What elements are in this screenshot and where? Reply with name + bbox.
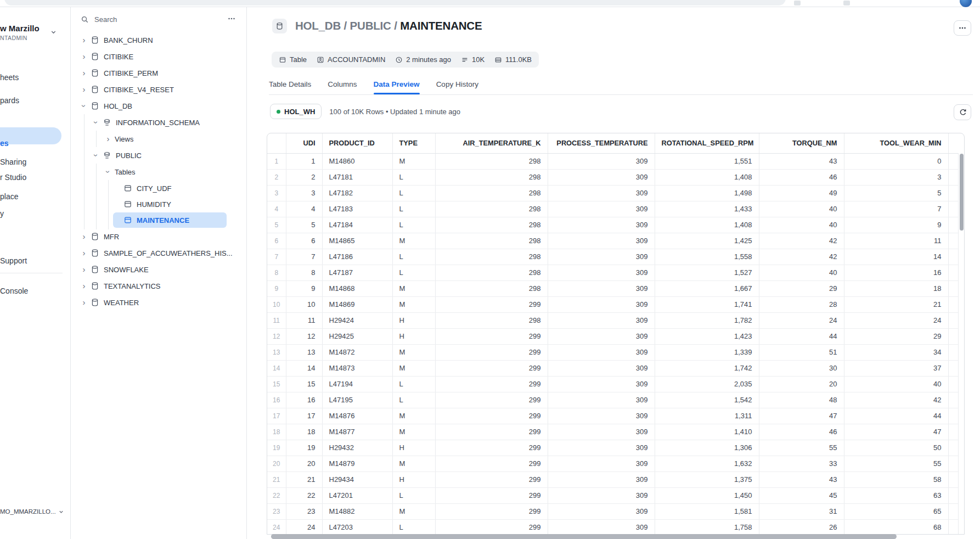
chevron-right-icon[interactable]: ›: [81, 250, 87, 256]
cell: 299: [435, 392, 548, 408]
tab-data-preview[interactable]: Data Preview: [374, 80, 420, 94]
sidebar-item-es[interactable]: es: [0, 138, 9, 148]
chevron-down-icon[interactable]: ›: [81, 103, 87, 109]
search-placeholder: Search: [94, 15, 117, 24]
chevron-right-icon[interactable]: ›: [81, 37, 87, 43]
vertical-scrollbar-thumb[interactable]: [960, 154, 964, 231]
cell: 1,410: [655, 424, 759, 440]
cell: 1,423: [655, 328, 759, 344]
chevron-down-icon[interactable]: ›: [105, 169, 111, 175]
tab-table-details[interactable]: Table Details: [269, 80, 311, 94]
sidebar-item-heets[interactable]: heets: [0, 72, 19, 82]
cell: 29: [844, 328, 948, 344]
spacer-cell: [948, 376, 958, 392]
warehouse-selector[interactable]: HOL_WH: [270, 104, 322, 119]
chevron-down-icon[interactable]: [50, 29, 57, 36]
chevron-right-icon[interactable]: ›: [81, 299, 87, 306]
account-switcher[interactable]: MO_MMARZILLO...: [0, 508, 64, 515]
chevron-down-icon[interactable]: ›: [93, 119, 99, 126]
chevron-right-icon[interactable]: ›: [81, 266, 87, 273]
tree-item-city-udf[interactable]: CITY_UDF: [113, 181, 227, 196]
tree-item-citibike[interactable]: ›CITIBIKE: [71, 48, 246, 65]
cell: 298: [435, 312, 548, 328]
tree-item-views[interactable]: ›Views: [71, 131, 246, 147]
chevron-right-icon[interactable]: ›: [81, 70, 87, 76]
table-row: 1919H29432H2993091,3065550: [267, 440, 958, 456]
sidebar-item-console[interactable]: Console: [0, 286, 28, 296]
browser-extension-icon[interactable]: [794, 1, 801, 5]
search-input[interactable]: Search: [81, 14, 117, 25]
chevron-right-icon[interactable]: ›: [81, 283, 87, 289]
user-role: NTADMIN: [0, 35, 27, 41]
tree-item-label: INFORMATION_SCHEMA: [116, 119, 200, 127]
user-name[interactable]: w Marzillo: [0, 24, 40, 33]
tree-item-hol-db[interactable]: ›HOL_DB: [71, 98, 246, 114]
tree-item-citibike-perm[interactable]: ›CITIBIKE_PERM: [71, 65, 246, 81]
row-number: 6: [267, 233, 286, 249]
vertical-scrollbar[interactable]: [958, 153, 964, 535]
spacer-cell: [948, 487, 958, 503]
browser-address-bar[interactable]: [4, 0, 786, 5]
meta-label: 111.0KB: [505, 55, 532, 64]
more-options-icon[interactable]: [226, 14, 238, 23]
spacer-cell: [948, 440, 958, 456]
cell: L: [392, 169, 435, 185]
database-icon: [91, 69, 99, 77]
cell: 309: [548, 296, 655, 312]
horizontal-scrollbar[interactable]: [267, 534, 965, 539]
cell: 1,408: [655, 169, 759, 185]
cell: 20: [759, 376, 844, 392]
chevron-right-icon[interactable]: ›: [105, 136, 111, 142]
cell: 299: [435, 519, 548, 535]
sidebar-item-pards[interactable]: pards: [0, 96, 19, 105]
tree-item-snowflake[interactable]: ›SNOWFLAKE: [71, 261, 246, 278]
cell: 299: [435, 296, 548, 312]
cell: 1,782: [655, 312, 759, 328]
data-grid: UDIPRODUCT_IDTYPEAIR_TEMPERATURE_KPROCES…: [267, 133, 958, 535]
tree-item-public[interactable]: ›PUBLIC: [71, 147, 246, 164]
cell: 18: [286, 424, 322, 440]
cell: 298: [435, 201, 548, 217]
cell: 33: [759, 456, 844, 471]
tree-item-textanalytics[interactable]: ›TEXTANALYTICS: [71, 278, 246, 294]
tree-item-tables[interactable]: ›Tables: [71, 164, 246, 180]
tree-item-weather[interactable]: ›WEATHER: [71, 294, 246, 311]
cell: 4: [286, 201, 322, 217]
tree-item-bank-churn[interactable]: ›BANK_CHURN: [71, 32, 246, 48]
sidebar-item-sharing[interactable]: Sharing: [0, 157, 26, 167]
sidebar-item-r-studio[interactable]: r Studio: [0, 172, 26, 182]
ellipsis-icon: [958, 24, 967, 32]
sidebar-item-support[interactable]: Support: [0, 256, 27, 266]
tree-item-maintenance[interactable]: MAINTENANCE: [113, 212, 227, 228]
table-row: 88L47187L2983091,5274016: [267, 265, 958, 280]
tab-columns[interactable]: Columns: [328, 80, 357, 94]
breadcrumb-path[interactable]: HOL_DB / PUBLIC /: [295, 19, 400, 32]
cell: 1,433: [655, 201, 759, 217]
cell: M14865: [322, 233, 392, 249]
chevron-right-icon[interactable]: ›: [81, 233, 87, 240]
more-options-button[interactable]: [954, 20, 971, 36]
browser-profile-avatar[interactable]: [960, 0, 972, 7]
tree-item-sample-of-accuweathers-his[interactable]: ›SAMPLE_OF_ACCUWEATHERS_HIS...: [71, 245, 246, 261]
cell: 7: [286, 249, 322, 265]
spacer-cell: [948, 217, 958, 233]
chevron-right-icon[interactable]: ›: [81, 86, 87, 93]
refresh-button[interactable]: [954, 104, 971, 120]
tree-item-information-schema[interactable]: ›INFORMATION_SCHEMA: [71, 114, 246, 131]
table-row: 99M14868M2983091,6672918: [267, 280, 958, 296]
tab-copy-history[interactable]: Copy History: [436, 80, 478, 94]
cell: 30: [759, 360, 844, 376]
chevron-down-icon[interactable]: ›: [93, 152, 99, 159]
cell: M: [392, 424, 435, 440]
chevron-right-icon[interactable]: ›: [81, 53, 87, 60]
sidebar-item-y[interactable]: y: [0, 209, 4, 218]
cell: 16: [844, 265, 948, 280]
spacer-cell: [948, 169, 958, 185]
tree-item-citibike-v4-reset[interactable]: ›CITIBIKE_V4_RESET: [71, 81, 246, 98]
sidebar-item-place[interactable]: place: [0, 192, 18, 201]
horizontal-scrollbar-thumb[interactable]: [271, 534, 897, 539]
tree-item-mfr[interactable]: ›MFR: [71, 228, 246, 245]
tree-item-humidity[interactable]: HUMIDITY: [113, 196, 227, 212]
browser-extension-icon[interactable]: [843, 1, 850, 5]
cell: H29425: [322, 328, 392, 344]
